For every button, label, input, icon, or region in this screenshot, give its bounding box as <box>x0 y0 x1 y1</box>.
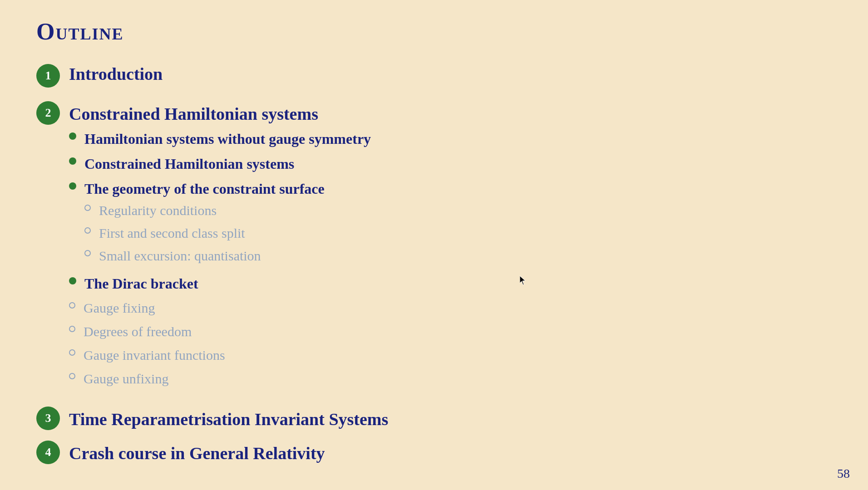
list-item: 4 Crash course in General Relativity <box>36 440 832 465</box>
bullet-outline <box>69 349 75 356</box>
item-3-label: Time Reparametrisation Invariant Systems <box>69 408 388 431</box>
list-item: Regularity conditions <box>84 201 261 220</box>
list-item: Constrained Hamiltonian systems <box>69 154 371 174</box>
bullet-outline <box>84 250 91 256</box>
page-number: 58 <box>837 466 850 481</box>
sub-sub-item-label: Small excursion: quantisation <box>99 246 261 265</box>
list-item: Small excursion: quantisation <box>84 246 261 265</box>
bullet-filled <box>69 182 76 190</box>
number-badge-2: 2 <box>36 101 60 125</box>
list-item: Gauge unfixing <box>69 369 371 388</box>
bullet-outline <box>84 205 91 211</box>
sub-item-label: Degrees of freedom <box>84 322 192 341</box>
list-item: 3 Time Reparametrisation Invariant Syste… <box>36 406 832 431</box>
list-item: First and second class split <box>84 224 261 243</box>
outline-list: 1 Introduction 2 Constrained Hamiltonian… <box>36 63 832 465</box>
item-1-label: Introduction <box>69 63 163 85</box>
item-4-label: Crash course in General Relativity <box>69 442 325 465</box>
sub-sub-item-label: Regularity conditions <box>99 201 217 220</box>
list-item: Degrees of freedom <box>69 322 371 341</box>
list-item: 1 Introduction <box>36 63 832 88</box>
number-badge-3: 3 <box>36 407 60 430</box>
sub-sub-list: Regularity conditions First and second c… <box>84 201 261 269</box>
bullet-outline <box>69 373 75 379</box>
sub-item-label: Hamiltonian systems without gauge symmet… <box>84 129 371 149</box>
bullet-outline <box>69 326 75 332</box>
sub-item-label: The geometry of the constraint surface <box>84 179 325 199</box>
list-item: Gauge invariant functions <box>69 346 371 365</box>
list-item: Hamiltonian systems without gauge symmet… <box>69 129 371 149</box>
slide-container: Outline 1 Introduction 2 Constrained Ham… <box>0 0 868 490</box>
bullet-filled <box>69 157 76 165</box>
sub-item-label: Constrained Hamiltonian systems <box>84 154 294 174</box>
sub-list-2: Hamiltonian systems without gauge symmet… <box>69 129 371 392</box>
list-item: The Dirac bracket <box>69 274 371 294</box>
number-badge-1: 1 <box>36 64 60 88</box>
sub-item-label: Gauge invariant functions <box>84 346 225 365</box>
sub-item-label: Gauge unfixing <box>84 369 168 388</box>
list-item: The geometry of the constraint surface R… <box>69 179 371 269</box>
sub-sub-item-label: First and second class split <box>99 224 245 243</box>
sub-item-label: Gauge fixing <box>84 299 155 318</box>
list-item: Gauge fixing <box>69 299 371 318</box>
number-badge-4: 4 <box>36 441 60 464</box>
bullet-outline <box>84 227 91 234</box>
slide-title: Outline <box>36 18 832 45</box>
list-item: 2 Constrained Hamiltonian systems Hamilt… <box>36 100 832 393</box>
sub-item-label: The Dirac bracket <box>84 274 198 294</box>
bullet-outline <box>69 302 75 309</box>
bullet-filled <box>69 132 76 140</box>
item-2-label: Constrained Hamiltonian systems <box>69 103 318 125</box>
bullet-filled <box>69 277 76 284</box>
